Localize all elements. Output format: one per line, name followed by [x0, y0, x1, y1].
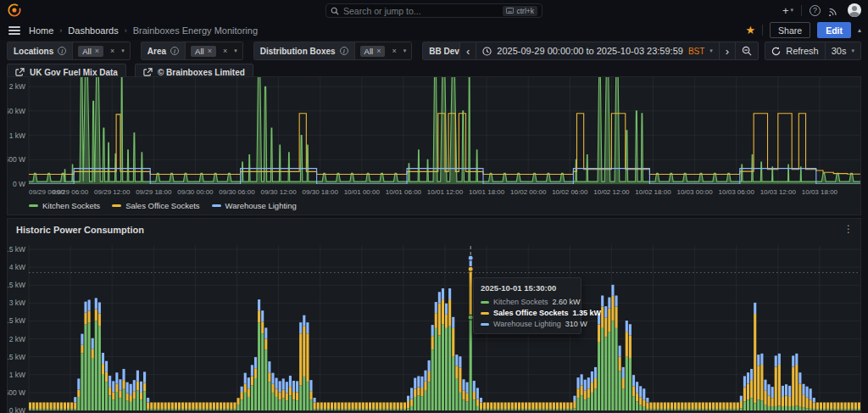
x-axis-label: 09/30 06:00 — [219, 188, 255, 196]
bar-segment — [709, 403, 711, 410]
bar-segment — [203, 409, 205, 410]
chip-remove-icon[interactable]: × — [376, 47, 381, 55]
bar-segment — [60, 409, 63, 410]
refresh-button[interactable]: Refresh — [765, 42, 826, 60]
bar-segment — [601, 295, 604, 306]
bar-segment — [431, 336, 434, 349]
legend-item[interactable]: Warehouse Lighting — [212, 201, 297, 210]
bar-segment — [268, 361, 270, 372]
bar-segment — [403, 409, 406, 410]
info-icon[interactable]: i — [170, 47, 179, 55]
bar-segment — [397, 409, 399, 410]
panel-menu-icon[interactable]: ⋮ — [843, 223, 854, 235]
breadcrumb-home[interactable]: Home — [29, 25, 53, 36]
bar-segment — [487, 409, 489, 410]
bar-segment — [490, 403, 492, 410]
panel-header: Historic Power Consumption ⋮ — [8, 219, 860, 241]
menu-icon[interactable] — [8, 26, 20, 35]
bar-segment — [674, 403, 676, 410]
bar-segment — [473, 399, 476, 410]
bar-segment — [740, 401, 743, 408]
avatar[interactable] — [848, 3, 861, 17]
bar-segment — [140, 382, 142, 393]
chevron-up-icon[interactable]: ▴ — [858, 26, 861, 34]
bar-segment — [248, 397, 250, 410]
legend-item[interactable]: Sales Office Sockets — [112, 201, 199, 210]
bar-segment — [417, 395, 420, 410]
bar-segment — [223, 403, 225, 410]
info-icon[interactable]: i — [58, 47, 66, 55]
filter-locations[interactable]: LocationsiAll××▾ — [7, 42, 131, 60]
bar-segment — [493, 409, 496, 410]
bar-segment — [84, 302, 86, 313]
bar-segment — [619, 371, 621, 410]
help-icon[interactable]: ? — [810, 5, 821, 16]
bar-segment — [813, 409, 815, 410]
bar-segment — [261, 333, 264, 410]
timeseries-plot[interactable]: 09/29 00:0009/29 06:0009/29 12:0009/29 1… — [8, 77, 860, 199]
filter-value-dropdown[interactable]: All××▾ — [186, 42, 242, 59]
bar-segment — [452, 328, 454, 357]
clear-icon[interactable]: × — [392, 47, 396, 55]
time-back-button[interactable]: ‹ — [459, 42, 476, 60]
filter-area[interactable]: AreaiAll××▾ — [141, 42, 243, 60]
search-input[interactable]: Search or jump to... ctrl+k — [326, 3, 542, 18]
filter-value-dropdown[interactable]: All××▾ — [73, 42, 130, 59]
bar-segment — [258, 299, 260, 310]
bar-segment — [390, 403, 392, 410]
clear-icon[interactable]: × — [223, 47, 227, 55]
filter-distribution-boxes[interactable]: Distribution BoxesiAll××▾ — [253, 42, 413, 60]
bar-segment — [438, 335, 441, 410]
legend-item[interactable]: Kitchen Sockets — [29, 201, 100, 210]
legend-swatch — [29, 204, 38, 207]
bar-segment — [566, 403, 569, 410]
x-axis-label: 10/03 12:00 — [760, 188, 797, 196]
bar-segment — [459, 356, 461, 367]
bar-segment — [171, 403, 174, 410]
bar-segment — [70, 403, 73, 410]
stacked-bar-plot[interactable]: 0 kW500 W1 kW1.5 kW2 kW2.5 kW3 kW3.5 kW4… — [8, 241, 860, 413]
bar-segment — [136, 390, 139, 410]
bar-segment — [788, 386, 791, 397]
bar-segment — [57, 409, 59, 410]
bar-segment — [722, 409, 725, 410]
bar-segment — [806, 408, 809, 410]
grafana-logo[interactable] — [7, 3, 22, 18]
x-axis-label: 10/01 12:00 — [427, 188, 464, 196]
filter-value-chip[interactable]: All× — [360, 46, 386, 57]
bar-segment — [261, 310, 264, 321]
time-range-button[interactable]: 2025-09-29 00:00:00 to 2025-10-03 23:59:… — [476, 42, 720, 60]
bar-segment — [598, 343, 600, 410]
bar-segment — [591, 382, 593, 393]
refresh-interval-dropdown[interactable]: 30s ▾ — [825, 42, 861, 60]
zoom-out-button[interactable] — [735, 42, 759, 60]
filter-value-chip[interactable]: All× — [191, 46, 216, 57]
bar-segment — [851, 409, 854, 410]
bar-segment — [74, 397, 76, 402]
breadcrumb-dashboards[interactable]: Dashboards — [68, 25, 118, 36]
bar-segment — [848, 403, 850, 410]
bar-segment — [296, 381, 298, 392]
clear-icon[interactable]: × — [110, 47, 114, 55]
bar-segment — [271, 393, 274, 410]
news-rss-icon[interactable] — [828, 5, 840, 16]
filter-value-chip[interactable]: All× — [78, 46, 103, 57]
favorite-star-icon[interactable]: ★ — [745, 24, 755, 36]
bar-segment — [431, 325, 434, 336]
info-icon[interactable]: i — [340, 47, 348, 55]
x-axis-label: 10/02 18:00 — [635, 188, 671, 196]
bar-segment — [646, 409, 648, 410]
chip-remove-icon[interactable]: × — [95, 47, 99, 55]
refresh-icon — [771, 47, 781, 56]
filter-value-dropdown[interactable]: All××▾ — [355, 42, 412, 59]
bar-segment — [792, 366, 794, 405]
edit-button[interactable]: Edit — [817, 22, 851, 38]
new-menu-button[interactable]: +▾ — [782, 4, 793, 17]
bar-segment — [473, 381, 476, 392]
share-button[interactable]: Share — [770, 22, 810, 38]
zoom-out-icon — [742, 46, 752, 56]
chip-remove-icon[interactable]: × — [208, 47, 212, 55]
bar-segment — [359, 403, 361, 410]
bar-segment — [306, 333, 309, 382]
time-forward-button[interactable]: › — [719, 42, 736, 60]
